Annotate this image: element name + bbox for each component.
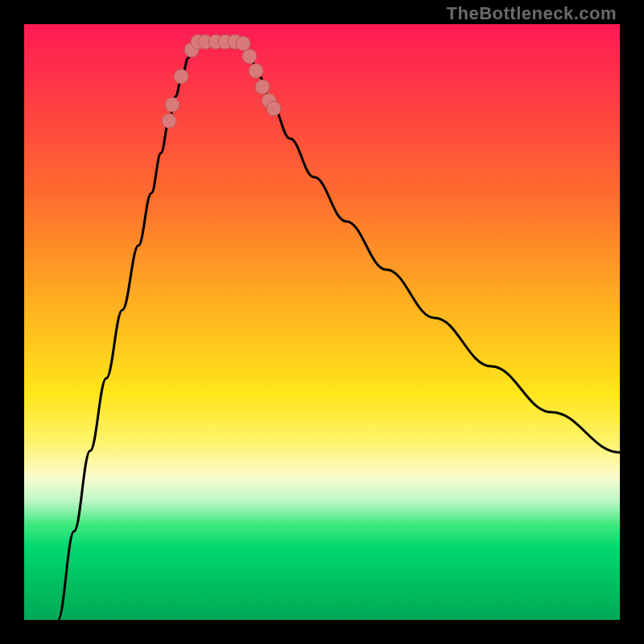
marker-left-1 [165, 97, 180, 112]
marker-right-1 [242, 49, 257, 64]
watermark-text: TheBottleneck.com [447, 3, 617, 24]
curve-right-branch [242, 42, 620, 452]
marker-left-0 [162, 114, 176, 128]
marker-right-5 [266, 101, 281, 116]
curve-left-branch [58, 42, 198, 620]
bottleneck-curve-chart [24, 24, 620, 620]
marker-right-0 [236, 36, 250, 51]
marker-right-3 [255, 80, 270, 94]
chart-frame [0, 0, 644, 644]
marker-right-2 [249, 64, 263, 78]
plot-area [24, 24, 620, 620]
marker-left-2 [174, 69, 188, 84]
